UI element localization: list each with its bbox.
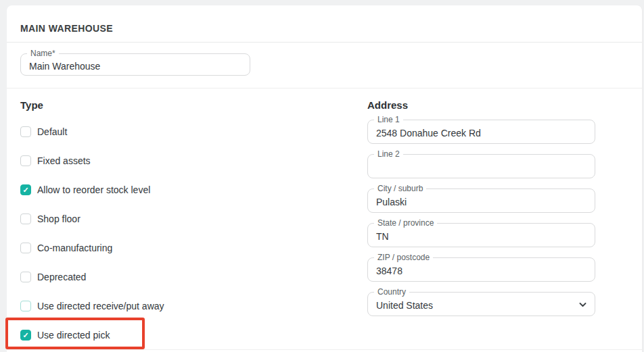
chevron-down-icon xyxy=(579,303,586,307)
section-bottom-divider xyxy=(7,349,642,350)
checkbox-checked-allow-to-reorder-stock-level[interactable]: ✓ xyxy=(20,184,31,195)
checkbox-row-co-manufacturing[interactable]: Co-manufacturing xyxy=(20,243,164,253)
field-value: 38478 xyxy=(376,266,402,276)
checkbox-row-use-directed-receive-put-away[interactable]: Use directed receive/put away xyxy=(20,301,164,311)
field-value: Pulaski xyxy=(376,197,407,207)
name-section-divider xyxy=(7,88,642,89)
field-label: City / suburb xyxy=(374,184,426,194)
type-options-list: DefaultFixed assets✓Allow to reorder sto… xyxy=(20,126,164,341)
name-field[interactable]: Name* Main Warehouse xyxy=(20,53,250,76)
line-2-field[interactable]: Line 2 xyxy=(367,154,595,178)
field-label: ZIP / postcode xyxy=(374,253,433,263)
checkbox-checked-use-directed-pick[interactable]: ✓ xyxy=(20,330,31,341)
type-section-heading: Type xyxy=(20,99,43,111)
line-1-field[interactable]: Line 12548 Donahue Creek Rd xyxy=(367,120,595,144)
state-province-field[interactable]: State / provinceTN xyxy=(367,223,595,247)
field-label: Country xyxy=(374,287,409,297)
field-value: TN xyxy=(376,231,389,242)
checkbox-label: Co-manufacturing xyxy=(37,243,112,253)
checkbox-label: Default xyxy=(37,126,67,137)
address-fields-list: Line 12548 Donahue Creek RdLine 2City / … xyxy=(367,120,595,326)
field-label: State / province xyxy=(374,218,437,228)
field-value: 2548 Donahue Creek Rd xyxy=(376,128,481,139)
checkbox-label: Use directed pick xyxy=(37,330,110,341)
checkbox-row-fixed-assets[interactable]: Fixed assets xyxy=(20,155,164,166)
zip-postcode-field[interactable]: ZIP / postcode38478 xyxy=(367,257,595,282)
checkbox-use-directed-receive-put-away[interactable] xyxy=(20,301,31,311)
checkbox-label: Shop floor xyxy=(37,213,80,224)
checkbox-row-shop-floor[interactable]: Shop floor xyxy=(20,213,164,224)
checkbox-row-use-directed-pick[interactable]: ✓Use directed pick xyxy=(20,330,164,341)
country-select[interactable]: CountryUnited States xyxy=(367,292,595,316)
field-value: United States xyxy=(376,300,433,311)
header-divider xyxy=(7,42,642,43)
checkbox-label: Use directed receive/put away xyxy=(37,301,164,311)
name-field-value: Main Warehouse xyxy=(29,61,100,72)
checkbox-co-manufacturing[interactable] xyxy=(20,243,31,253)
checkbox-label: Allow to reorder stock level xyxy=(37,184,150,195)
checkbox-fixed-assets[interactable] xyxy=(20,155,31,166)
checkbox-default[interactable] xyxy=(20,126,31,137)
checkbox-shop-floor[interactable] xyxy=(20,213,31,224)
checkmark-icon: ✓ xyxy=(22,186,28,193)
name-field-label: Name* xyxy=(27,49,59,59)
page-title: MAIN WAREHOUSE xyxy=(20,23,113,34)
address-section-heading: Address xyxy=(367,99,408,111)
warehouse-settings-card: MAIN WAREHOUSE Name* Main Warehouse Type… xyxy=(7,5,643,352)
field-label: Line 1 xyxy=(374,115,403,125)
checkbox-row-default[interactable]: Default xyxy=(20,126,164,137)
checkbox-label: Fixed assets xyxy=(37,155,91,166)
city-suburb-field[interactable]: City / suburbPulaski xyxy=(367,188,595,213)
checkmark-icon: ✓ xyxy=(22,331,28,338)
checkbox-row-allow-to-reorder-stock-level[interactable]: ✓Allow to reorder stock level xyxy=(20,184,164,195)
field-label: Line 2 xyxy=(374,149,403,159)
checkbox-label: Deprecated xyxy=(37,272,86,282)
checkbox-row-deprecated[interactable]: Deprecated xyxy=(20,272,164,282)
checkbox-deprecated[interactable] xyxy=(20,272,31,282)
